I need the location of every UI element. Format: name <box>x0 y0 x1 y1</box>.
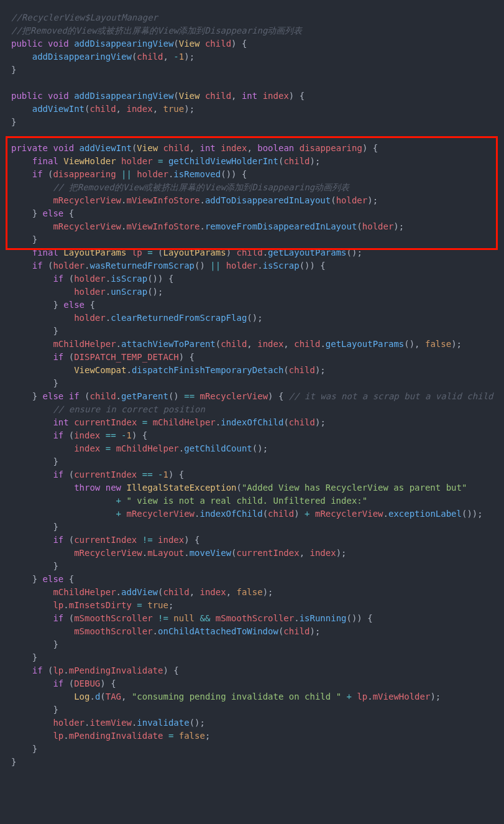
kw: if <box>53 430 63 440</box>
var: holder <box>74 274 106 284</box>
param: child <box>221 339 247 349</box>
var: holder <box>362 221 394 231</box>
kw: final <box>32 248 58 257</box>
comment-line: //RecyclerView$LayoutManager <box>11 12 158 22</box>
fn: getParent <box>121 391 168 401</box>
var: mViewInfoStore <box>126 195 199 205</box>
num: 1 <box>179 52 184 62</box>
fn: addViewInt <box>32 104 85 114</box>
var: lp <box>53 665 63 675</box>
kw: if <box>69 391 80 401</box>
type: LayoutParams <box>63 248 126 257</box>
param: disappearing <box>300 143 362 153</box>
comment-line: // ensure in correct position <box>53 404 204 414</box>
fn: exceptionLabel <box>388 509 462 519</box>
param: disappearing <box>53 169 116 179</box>
type: ViewCompat <box>74 365 126 375</box>
op: && <box>199 613 210 623</box>
param: index <box>74 430 100 440</box>
op: == <box>106 430 116 440</box>
const: true <box>147 600 168 610</box>
fn: moveView <box>190 548 231 558</box>
param: index <box>126 104 152 114</box>
var: currentIndex <box>74 417 137 427</box>
kw: else <box>43 208 64 218</box>
const: false <box>179 731 205 741</box>
fn: addViewInt <box>80 143 132 153</box>
var: holder <box>121 156 153 166</box>
var: mLayout <box>147 548 184 558</box>
fn: addDisappearingView <box>74 39 173 49</box>
param: child <box>163 587 189 597</box>
fn: clearReturnedFromScrapFlag <box>111 313 247 323</box>
var: mChildHelper <box>53 339 116 349</box>
var: DISPATCH_TEMP_DETACH <box>74 352 179 362</box>
comment-line: //把Removed的View或被挤出屏幕的View添加到Disappearin… <box>11 25 302 35</box>
kw: throw <box>74 483 100 493</box>
var: currentIndex <box>237 548 300 558</box>
var: lp <box>53 600 63 610</box>
var: lp <box>53 731 63 741</box>
kw: void <box>48 91 69 101</box>
param: child <box>237 248 263 257</box>
param: child <box>289 417 315 427</box>
comment-line: // it was not a scrap but a valid child <box>289 391 493 401</box>
fn: getLayoutParams <box>268 248 346 257</box>
var: currentIndex <box>74 535 137 545</box>
kw: void <box>53 143 74 153</box>
var: currentIndex <box>74 470 137 479</box>
var: holder <box>53 261 85 271</box>
kw: else <box>43 574 64 584</box>
param: child <box>137 52 163 62</box>
fn: onChildAttachedToWindow <box>158 626 278 636</box>
var: mRecyclerView <box>126 509 195 519</box>
str: "Added View has RecyclerView as parent b… <box>242 483 467 493</box>
fn: wasReturnedFromScrap <box>89 261 195 271</box>
fn: indexOfChild <box>221 417 283 427</box>
var: mPendingInvalidate <box>69 665 163 675</box>
type: Log <box>74 692 89 701</box>
fn: invalidate <box>137 718 189 728</box>
fn: isScrap <box>111 274 147 284</box>
kw: if <box>32 665 43 675</box>
fn: dispatchFinishTemporaryDetach <box>132 365 283 375</box>
op: + <box>116 509 121 519</box>
const: true <box>163 104 184 114</box>
type: View <box>137 143 158 153</box>
kw: public <box>11 39 43 49</box>
kw: if <box>32 261 43 271</box>
kw: if <box>53 678 63 688</box>
code-block: //RecyclerView$LayoutManager //把Removed的… <box>0 0 504 780</box>
op: + <box>305 509 309 519</box>
kw: if <box>53 352 63 362</box>
var: mRecyclerView <box>53 221 121 231</box>
param: child <box>89 391 116 401</box>
kw: int <box>53 417 68 427</box>
var: mRecyclerView <box>315 509 383 519</box>
const: null <box>173 613 195 623</box>
var: holder <box>137 169 168 179</box>
kw: if <box>53 535 63 545</box>
fn: addDisappearingView <box>32 52 132 62</box>
var: mSmoothScroller <box>74 626 152 636</box>
var: mRecyclerView <box>53 195 121 205</box>
kw: if <box>32 169 43 179</box>
kw: private <box>11 143 48 153</box>
param: child <box>89 104 116 114</box>
type: ViewHolder <box>63 156 116 166</box>
var: TAG <box>106 692 121 701</box>
param: child <box>163 143 190 153</box>
var: mSmoothScroller <box>216 613 294 623</box>
fn: getChildCount <box>184 443 252 453</box>
var: mChildHelper <box>116 443 179 453</box>
fn: indexOfChild <box>199 509 262 519</box>
param: child <box>294 339 320 349</box>
fn: addToDisappearedInLayout <box>205 195 331 205</box>
param: index <box>74 443 100 453</box>
param: child <box>205 39 231 49</box>
var: holder <box>74 287 106 297</box>
param: index <box>263 91 289 101</box>
fn: d <box>95 692 100 701</box>
var: mInsetsDirty <box>69 600 132 610</box>
op: == <box>184 391 195 401</box>
